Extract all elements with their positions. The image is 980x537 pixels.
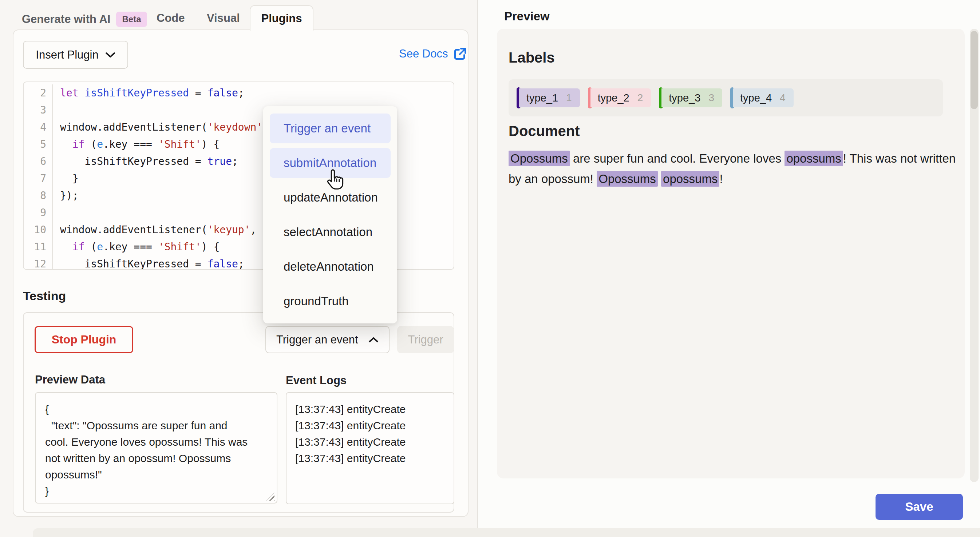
plugin-editor-window: Generate with AI Beta Code Visual Plugin… [0, 0, 980, 537]
chip-label: type_1 [527, 92, 558, 104]
code-text: isShiftKeyPressed = false; [53, 256, 244, 270]
beta-badge: Beta [116, 12, 147, 27]
labels-heading: Labels [509, 49, 555, 66]
event-select-value: Trigger an event [276, 333, 358, 346]
label-chip-type_4[interactable]: type_44 [730, 87, 794, 108]
annotated-span[interactable]: opossums [661, 171, 719, 187]
log-entry: [13:37:43] entityCreate [295, 450, 445, 466]
tab-code[interactable]: Code [156, 12, 185, 25]
label-chip-type_3[interactable]: type_33 [659, 87, 722, 108]
line-number: 10 [24, 221, 53, 238]
chip-count: 1 [566, 92, 572, 104]
line-number: 5 [24, 136, 53, 153]
tab-generate-label: Generate with AI [22, 13, 110, 26]
scrollbar-track[interactable] [970, 29, 978, 482]
preview-data-line: opossums!" [45, 466, 267, 483]
menu-item-selectannotation[interactable]: selectAnnotation [270, 217, 391, 247]
label-chip-type_2[interactable]: type_22 [588, 87, 651, 108]
insert-plugin-label: Insert Plugin [36, 48, 98, 62]
document-plain-text: are super fun and cool. Everyone loves [570, 152, 785, 165]
preview-data-textarea[interactable]: { "text": "Opossums are super fun andcoo… [35, 392, 277, 504]
testing-heading: Testing [23, 289, 66, 303]
annotated-span[interactable]: Opossums [597, 171, 658, 187]
line-number: 12 [24, 256, 53, 270]
code-text [53, 102, 60, 119]
document-heading: Document [509, 123, 580, 139]
labels-chip-strip: type_11type_22type_33type_44 [509, 79, 943, 116]
trigger-button-disabled: Trigger [397, 326, 454, 353]
line-number: 7 [24, 170, 53, 187]
line-number: 11 [24, 238, 53, 256]
see-docs-link[interactable]: See Docs [399, 47, 467, 60]
see-docs-label: See Docs [399, 47, 448, 60]
chip-count: 3 [708, 92, 714, 104]
tab-visual[interactable]: Visual [207, 12, 240, 25]
hand-cursor-icon [325, 168, 347, 192]
menu-item-trigger-an-event[interactable]: Trigger an event [270, 113, 391, 143]
line-number: 8 [24, 187, 53, 204]
chip-label: type_2 [598, 92, 629, 104]
line-number: 3 [24, 102, 53, 119]
document-plain-text: ! [719, 172, 722, 186]
document-plain-text [658, 172, 661, 186]
code-text: }); [53, 187, 79, 204]
annotated-span[interactable]: Opossums [509, 151, 570, 166]
code-text: if (e.key === 'Shift') { [53, 238, 220, 256]
line-number: 6 [24, 153, 53, 170]
event-menu: Trigger an eventsubmitAnnotationupdateAn… [263, 106, 397, 323]
chip-count: 4 [780, 92, 786, 104]
code-text: if (e.key === 'Shift') { [53, 136, 220, 153]
code-line-2[interactable]: 2let isShiftKeyPressed = false; [24, 84, 453, 102]
line-number: 4 [24, 119, 53, 136]
line-number: 9 [24, 204, 53, 221]
chip-count: 2 [638, 92, 643, 104]
document-text: Opossums are super fun and cool. Everyon… [509, 148, 958, 189]
preview-data-line: "text": "Opossums are super fun and [45, 417, 267, 434]
event-select-dropdown[interactable]: Trigger an event [266, 326, 390, 353]
preview-data-line: cool. Everyone loves opossums! This was [45, 434, 267, 450]
menu-item-deleteannotation[interactable]: deleteAnnotation [270, 252, 391, 281]
preview-data-label: Preview Data [35, 373, 105, 386]
line-number: 2 [24, 84, 53, 102]
save-button[interactable]: Save [875, 494, 963, 520]
preview-data-line: } [45, 483, 267, 499]
chevron-up-icon [368, 337, 379, 343]
label-chip-type_1[interactable]: type_11 [517, 87, 580, 108]
log-entry: [13:37:43] entityCreate [295, 434, 445, 450]
chip-label: type_3 [669, 92, 700, 104]
code-text: isShiftKeyPressed = true; [53, 153, 238, 170]
resize-handle-icon[interactable] [266, 493, 275, 500]
tab-plugins[interactable]: Plugins [250, 5, 313, 31]
insert-plugin-button[interactable]: Insert Plugin [23, 41, 128, 69]
chip-label: type_4 [740, 92, 772, 104]
stop-plugin-button[interactable]: Stop Plugin [35, 326, 133, 353]
log-entry: [13:37:43] entityCreate [295, 401, 445, 417]
preview-data-line: not written by an opossum! Opossums [45, 450, 267, 466]
chevron-down-icon [105, 52, 115, 58]
scrollbar-thumb[interactable] [970, 31, 978, 109]
preview-heading: Preview [504, 10, 550, 23]
external-link-icon [453, 47, 467, 60]
event-logs-box: [13:37:43] entityCreate[13:37:43] entity… [286, 392, 454, 504]
menu-item-groundtruth[interactable]: groundTruth [270, 286, 391, 316]
event-logs-label: Event Logs [286, 374, 347, 387]
code-text: } [53, 170, 79, 187]
annotated-span[interactable]: opossums [784, 151, 843, 166]
code-text [53, 204, 60, 221]
preview-data-line: { [45, 401, 267, 417]
log-entry: [13:37:43] entityCreate [295, 417, 445, 434]
bottom-edge-strip [33, 528, 980, 537]
tab-generate-with-ai[interactable]: Generate with AI Beta [22, 12, 147, 27]
code-text: let isShiftKeyPressed = false; [53, 84, 244, 102]
